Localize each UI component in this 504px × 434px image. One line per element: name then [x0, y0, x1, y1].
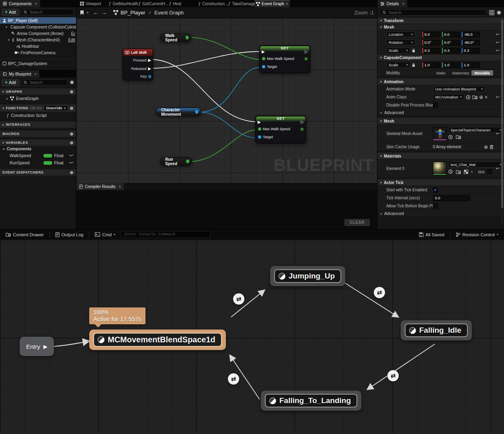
plus-circle-icon[interactable]: ⊕	[479, 94, 483, 100]
object-output-pin[interactable]	[195, 110, 198, 114]
mesh-section-header[interactable]: ▾ Mesh	[377, 118, 504, 125]
state-node-falling-idle[interactable]: Falling_Idle	[401, 320, 472, 340]
mesh-subheader[interactable]: ▾ Mesh	[377, 24, 504, 31]
tree-row-capsule[interactable]: ▾ Capsule Component (CollisionCylinder)	[0, 24, 76, 30]
graphs-header[interactable]: ▾ GRAPHS ⊕	[0, 88, 76, 95]
forward-arrow-icon[interactable]: →	[101, 10, 107, 15]
close-icon[interactable]: ×	[119, 184, 121, 189]
slot-checkbox[interactable]	[487, 169, 492, 174]
tick-interval-field[interactable]: 0.0	[433, 195, 470, 201]
tab-details[interactable]: Details ×	[377, 0, 407, 7]
components-search[interactable]	[21, 9, 74, 15]
trash-icon[interactable]	[490, 145, 494, 149]
capsule-scale-y-field[interactable]: 1.0	[442, 62, 460, 68]
use-selected-asset-icon[interactable]	[466, 95, 471, 100]
scale-z-field[interactable]: 0.3	[462, 48, 480, 53]
lock-icon[interactable]	[412, 49, 415, 53]
add-function-icon[interactable]: ⊕	[70, 106, 74, 111]
console-command-box[interactable]	[121, 231, 210, 238]
chevron-down-icon[interactable]: ▾	[8, 38, 10, 42]
node-left-shift[interactable]: Left Shift Pressed ▶ Released ▶ Key	[123, 49, 153, 80]
tab-takedamage[interactable]: ƒ TakeDamage	[226, 0, 257, 7]
edit-link[interactable]: Edit	[71, 31, 75, 36]
add-variable-icon[interactable]: ⊕	[70, 140, 74, 145]
breadcrumb-current[interactable]: Event Graph	[154, 10, 184, 16]
browse-asset-icon[interactable]	[456, 135, 461, 139]
scale-x-field[interactable]: 0.3	[422, 48, 440, 53]
capsule-scale-x-field[interactable]: 1.0	[422, 62, 440, 68]
details-scrollbar[interactable]	[501, 19, 503, 223]
chevron-down-icon[interactable]: ▾	[6, 25, 7, 29]
entry-node[interactable]: Entry ▶	[20, 337, 54, 356]
state-node-blendspace[interactable]: MCMovementBlendSpace1d	[89, 330, 226, 350]
close-icon[interactable]: ×	[286, 2, 288, 6]
float-output-pin[interactable]	[305, 57, 307, 60]
object-input-pin[interactable]	[258, 135, 261, 139]
tree-row-bp-player[interactable]: BP_Player (Self)	[0, 17, 76, 24]
exec-out-pin[interactable]: ▷	[305, 49, 308, 54]
override-dropdown[interactable]: Override ▾	[44, 105, 68, 111]
eye-closed-icon[interactable]	[69, 154, 74, 157]
transition-rule-icon[interactable]: ⇄	[233, 293, 244, 305]
node-run-speed[interactable]: Run Speed	[160, 157, 192, 166]
display-options-icon[interactable]	[489, 10, 494, 15]
exec-in-pin[interactable]: ▶	[258, 120, 261, 124]
my-blueprint-search[interactable]	[21, 79, 68, 86]
browse-asset-icon[interactable]	[472, 95, 477, 99]
location-x-field[interactable]: 5.0	[422, 32, 440, 37]
variable-row-runspeed[interactable]: RunSpeed Float	[0, 159, 76, 166]
node-set-max-walk-speed-1[interactable]: SET ▶ ▷ Max Walk Speed Target	[259, 45, 310, 73]
mobility-static-button[interactable]: Static	[433, 71, 449, 75]
edit-link[interactable]: Edit	[68, 38, 75, 42]
tree-row-arrow[interactable]: Arrow Component (Arrow) Edit	[0, 30, 76, 37]
construction-script-row[interactable]: ƒ Construction Script	[0, 112, 76, 119]
node-set-max-walk-speed-2[interactable]: SET ▶ ▷ Max Walk Speed Target	[255, 116, 306, 143]
variables-header[interactable]: ▾ VARIABLES ⊕	[0, 139, 76, 146]
texture-settings-icon[interactable]	[464, 170, 468, 174]
animation-header[interactable]: ▾ Animation	[377, 78, 504, 85]
location-y-field[interactable]: 0.0	[442, 32, 460, 37]
add-blueprint-button[interactable]: + Add	[2, 79, 19, 86]
chevron-down-icon[interactable]: ▾	[471, 170, 473, 174]
tab-getmaxhealth[interactable]: ƒ GetMaxHealth	[107, 0, 140, 7]
tab-compiler-results[interactable]: Compiler Results ×	[76, 183, 124, 190]
float-input-pin[interactable]	[258, 127, 261, 131]
reset-icon[interactable]: ↩	[494, 166, 502, 171]
gear-icon[interactable]	[70, 80, 74, 85]
add-macro-icon[interactable]: ⊕	[70, 131, 74, 137]
bookmark-icon[interactable]	[80, 10, 84, 15]
transition-rule-icon[interactable]: ⇄	[387, 370, 399, 381]
float-output-pin[interactable]	[186, 36, 188, 39]
transition-rule-icon[interactable]: ⇄	[374, 287, 385, 298]
all-saved-button[interactable]: All Saved	[416, 231, 447, 239]
revision-control-button[interactable]: Revision Control ▾	[453, 231, 501, 239]
clear-icon[interactable]: ×	[485, 94, 488, 100]
scale-dropdown[interactable]: Scale ▾	[386, 47, 410, 53]
skeletal-mesh-thumbnail[interactable]	[433, 127, 447, 141]
reset-icon[interactable]: ↩	[494, 48, 502, 53]
browse-asset-icon[interactable]	[456, 170, 461, 174]
content-drawer-button[interactable]: Content Drawer	[3, 231, 46, 239]
cmd-dropdown[interactable]: Cmd ▾	[92, 231, 117, 239]
tree-row-damagesystem[interactable]: BPC_DamageSystem	[0, 60, 76, 67]
scale-y-field[interactable]: 0.3	[442, 48, 460, 53]
my-blueprint-search-input[interactable]	[29, 80, 65, 85]
animation-advanced-row[interactable]: ▸ Advanced	[377, 109, 504, 116]
macros-header[interactable]: MACROS ⊕	[0, 131, 76, 137]
event-dispatchers-header[interactable]: EVENT DISPATCHERS ⊕	[0, 169, 76, 176]
material-thumbnail[interactable]	[433, 162, 447, 175]
float-input-pin[interactable]	[262, 57, 265, 60]
tab-components[interactable]: Components ×	[0, 0, 40, 7]
add-component-button[interactable]: + Add	[2, 9, 19, 16]
rotation-z-field[interactable]: -90.0°	[462, 40, 480, 45]
event-graph-canvas[interactable]: Walk Speed Left Shift Pressed ▶ Released…	[76, 18, 377, 183]
interfaces-header[interactable]: ▸ INTERFACES	[0, 121, 76, 128]
float-output-pin[interactable]	[186, 160, 189, 163]
capsule-component-header[interactable]: ▾ CapsuleComponent	[377, 55, 504, 61]
use-selected-asset-icon[interactable]	[448, 135, 453, 139]
back-arrow-icon[interactable]: ←	[93, 10, 99, 15]
tab-event-graph[interactable]: Event Graph ×	[254, 0, 290, 7]
exec-pin[interactable]: ▶	[148, 67, 151, 71]
variable-row-walkspeed[interactable]: WalkSpeed Float	[0, 152, 76, 159]
chevron-right-icon[interactable]: ▸	[6, 97, 8, 100]
